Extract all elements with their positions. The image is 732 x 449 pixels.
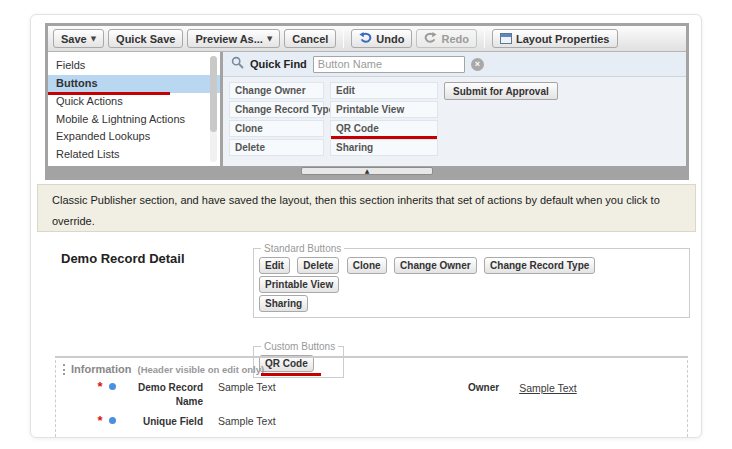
up-arrow-icon: ▲ bbox=[365, 168, 370, 174]
clear-icon[interactable]: × bbox=[471, 58, 484, 71]
field-value: Sample Text bbox=[218, 381, 276, 393]
palette-collapse-handle[interactable]: ▲ bbox=[301, 167, 433, 175]
palette-item-delete[interactable]: Delete bbox=[229, 139, 324, 156]
red-underline-annotation bbox=[48, 92, 170, 95]
standard-buttons-group: Standard Buttons Edit Delete Clone Chang… bbox=[253, 243, 690, 318]
information-section: Information (Header visible on edit only… bbox=[55, 360, 688, 437]
redo-button-label: Redo bbox=[441, 33, 469, 45]
field-value: Sample Text bbox=[218, 415, 276, 427]
palette-item-clone[interactable]: Clone bbox=[229, 120, 324, 137]
search-icon bbox=[231, 55, 244, 73]
save-button[interactable]: Save ▼ bbox=[53, 29, 104, 48]
scrollbar-thumb[interactable] bbox=[210, 56, 217, 132]
field-row-unique-field[interactable]: * Unique Field Sample Text bbox=[56, 415, 356, 429]
quick-find-input[interactable] bbox=[313, 56, 465, 73]
palette-category-buttons-label: Buttons bbox=[56, 77, 98, 89]
information-field-grid: * Demo Record Name Sample Text * Unique … bbox=[56, 381, 687, 429]
palette-item-edit[interactable]: Edit bbox=[330, 82, 438, 99]
page-section-title: Demo Record Detail bbox=[61, 251, 185, 266]
change-record-type-button[interactable]: Change Record Type bbox=[484, 257, 595, 274]
publisher-note: Classic Publisher section, and have save… bbox=[37, 184, 696, 232]
palette-category-expanded-lookups[interactable]: Expanded Lookups bbox=[48, 128, 220, 146]
redo-icon bbox=[424, 32, 437, 45]
palette-item-change-owner[interactable]: Change Owner bbox=[229, 82, 324, 99]
quick-find-label: Quick Find bbox=[250, 58, 307, 70]
red-underline-annotation bbox=[261, 373, 321, 376]
palette-item-qr-code[interactable]: QR Code bbox=[330, 120, 438, 137]
cancel-button-label: Cancel bbox=[292, 33, 328, 45]
edit-button[interactable]: Edit bbox=[259, 257, 290, 274]
field-row-demo-record-name[interactable]: * Demo Record Name Sample Text bbox=[56, 381, 356, 408]
field-label: Demo Record Name bbox=[121, 381, 203, 408]
palette-category-related-lists[interactable]: Related Lists bbox=[48, 146, 220, 164]
quick-find-bar: Quick Find × bbox=[223, 52, 686, 77]
palette-column-3: Submit for Approval bbox=[444, 82, 558, 156]
layout-editor-card: Save ▼ Quick Save Preview As... ▼ Cancel… bbox=[30, 14, 702, 438]
required-asterisk-icon: * bbox=[94, 381, 106, 393]
information-right-column: Owner Sample Text bbox=[468, 381, 577, 429]
standard-buttons-legend: Standard Buttons bbox=[261, 243, 344, 254]
undo-button[interactable]: Undo bbox=[351, 29, 412, 48]
palette-item-submit-for-approval[interactable]: Submit for Approval bbox=[444, 82, 558, 100]
sharing-button[interactable]: Sharing bbox=[259, 295, 308, 312]
red-underline-annotation bbox=[331, 136, 437, 139]
quick-save-button-label: Quick Save bbox=[116, 33, 175, 45]
custom-buttons-legend: Custom Buttons bbox=[261, 341, 338, 352]
palette-category-quick-actions[interactable]: Quick Actions bbox=[48, 93, 220, 111]
delete-button[interactable]: Delete bbox=[297, 257, 339, 274]
toolbar: Save ▼ Quick Save Preview As... ▼ Cancel… bbox=[48, 26, 686, 52]
layout-properties-button[interactable]: Layout Properties bbox=[492, 29, 618, 48]
field-label: Unique Field bbox=[121, 415, 203, 429]
section-divider bbox=[55, 356, 688, 358]
palette-item-grid: Change Owner Change Record Type Clone De… bbox=[223, 77, 686, 161]
palette-item-change-record-type[interactable]: Change Record Type bbox=[229, 101, 324, 118]
redo-button[interactable]: Redo bbox=[416, 29, 477, 48]
required-asterisk-icon: * bbox=[94, 415, 106, 427]
palette-column-1: Change Owner Change Record Type Clone De… bbox=[229, 82, 324, 156]
information-left-column: * Demo Record Name Sample Text * Unique … bbox=[56, 381, 356, 429]
information-section-subtitle: (Header visible on edit only) bbox=[138, 364, 265, 375]
layout-properties-icon bbox=[500, 33, 512, 44]
printable-view-button[interactable]: Printable View bbox=[259, 276, 339, 293]
palette-category-fields[interactable]: Fields bbox=[48, 57, 220, 75]
undo-icon bbox=[359, 32, 372, 45]
information-section-title: Information bbox=[71, 363, 132, 375]
field-label: Owner bbox=[468, 382, 499, 394]
toolbar-separator bbox=[484, 30, 485, 48]
field-row-owner[interactable]: Owner Sample Text bbox=[468, 382, 577, 394]
field-type-dot-icon bbox=[109, 383, 116, 390]
quick-save-button[interactable]: Quick Save bbox=[108, 29, 183, 48]
palette-category-list: Fields Buttons Quick Actions Mobile & Li… bbox=[48, 52, 220, 166]
chevron-down-icon: ▼ bbox=[91, 35, 96, 43]
palette-collapse-bar: ▲ bbox=[48, 166, 686, 177]
palette-item-sharing[interactable]: Sharing bbox=[330, 139, 438, 156]
change-owner-button[interactable]: Change Owner bbox=[394, 257, 477, 274]
palette-category-mobile-lightning-actions[interactable]: Mobile & Lightning Actions bbox=[48, 111, 220, 129]
clone-button[interactable]: Clone bbox=[347, 257, 387, 274]
palette-category-buttons[interactable]: Buttons bbox=[48, 75, 220, 93]
toolbar-separator bbox=[343, 30, 344, 48]
layout-editor-frame: Save ▼ Quick Save Preview As... ▼ Cancel… bbox=[45, 23, 689, 180]
undo-button-label: Undo bbox=[376, 33, 404, 45]
palette-scrollbar[interactable] bbox=[210, 56, 217, 162]
cancel-button[interactable]: Cancel bbox=[284, 29, 336, 48]
layout-properties-button-label: Layout Properties bbox=[516, 33, 610, 45]
drag-handle-icon[interactable] bbox=[63, 364, 65, 375]
palette: Fields Buttons Quick Actions Mobile & Li… bbox=[48, 52, 686, 166]
field-value: Sample Text bbox=[519, 382, 577, 394]
save-button-label: Save bbox=[61, 33, 87, 45]
page: Save ▼ Quick Save Preview As... ▼ Cancel… bbox=[0, 0, 732, 449]
preview-as-button-label: Preview As... bbox=[195, 33, 262, 45]
field-type-dot-icon bbox=[109, 417, 116, 424]
palette-content: Quick Find × Change Owner Change Record … bbox=[223, 52, 686, 166]
preview-as-button[interactable]: Preview As... ▼ bbox=[187, 29, 280, 48]
palette-column-2: Edit Printable View QR Code Sharing bbox=[330, 82, 438, 156]
chevron-down-icon: ▼ bbox=[267, 35, 272, 43]
information-section-header: Information (Header visible on edit only… bbox=[56, 363, 687, 375]
palette-item-printable-view[interactable]: Printable View bbox=[330, 101, 438, 118]
palette-item-qr-code-label: QR Code bbox=[336, 123, 379, 134]
